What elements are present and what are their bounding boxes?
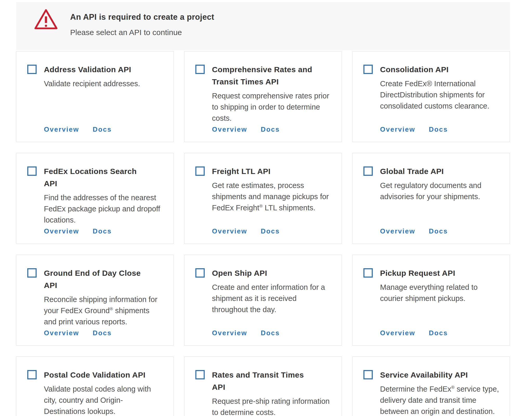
- docs-link[interactable]: Docs: [93, 227, 112, 235]
- api-card-links: Overview Docs: [380, 125, 499, 133]
- api-card-3: FedEx Locations Search API Find the addr…: [16, 153, 174, 244]
- docs-link[interactable]: Docs: [261, 125, 280, 133]
- api-card-header: FedEx Locations Search API: [27, 165, 163, 190]
- api-card-links: Overview Docs: [212, 227, 331, 235]
- api-card-title: Address Validation API: [44, 63, 131, 76]
- docs-link[interactable]: Docs: [261, 329, 280, 337]
- api-card-title: Rates and Transit Times API: [212, 369, 315, 393]
- docs-link[interactable]: Docs: [93, 329, 112, 337]
- api-select-checkbox[interactable]: [27, 65, 37, 74]
- api-card-title: Service Availability API: [380, 369, 468, 381]
- api-card-description: Validate recipient addresses.: [44, 78, 163, 89]
- api-card-title: Freight LTL API: [212, 165, 270, 177]
- api-selection-page: An API is required to create a project P…: [0, 0, 532, 416]
- api-card-header: Pickup Request API: [363, 267, 499, 279]
- overview-link[interactable]: Overview: [44, 227, 79, 235]
- api-card-description: Get rate estimates, process shipments an…: [212, 180, 331, 213]
- api-card-title: Consolidation API: [380, 63, 449, 76]
- api-card-6: Ground End of Day Close API Reconcile sh…: [16, 255, 174, 346]
- overview-link[interactable]: Overview: [380, 125, 415, 133]
- docs-link[interactable]: Docs: [429, 329, 448, 337]
- api-card-links: Overview Docs: [44, 329, 163, 337]
- overview-link[interactable]: Overview: [380, 227, 415, 235]
- api-card-title: Pickup Request API: [380, 267, 455, 279]
- api-card-description: Validate postal codes along with city, c…: [44, 384, 163, 416]
- overview-link[interactable]: Overview: [380, 329, 415, 337]
- overview-link[interactable]: Overview: [212, 329, 247, 337]
- warning-triangle-icon: [34, 8, 58, 30]
- api-card-description: Manage everything related to courier shi…: [380, 282, 499, 304]
- api-card-header: Ground End of Day Close API: [27, 267, 163, 291]
- api-card-header: Rates and Transit Times API: [195, 369, 331, 393]
- api-card-description: Get regulatory documents and advisories …: [380, 180, 499, 202]
- api-select-checkbox[interactable]: [27, 370, 37, 379]
- api-card-title: Postal Code Validation API: [44, 369, 145, 381]
- overview-link[interactable]: Overview: [212, 227, 247, 235]
- api-card-description: Request comprehensive rates prior to shi…: [212, 90, 331, 124]
- api-card-description: Determine the FedEx® service type, deliv…: [380, 384, 499, 416]
- api-select-checkbox[interactable]: [363, 370, 373, 379]
- banner-title: An API is required to create a project: [70, 12, 214, 22]
- api-card-title: Global Trade API: [380, 165, 444, 177]
- api-select-checkbox[interactable]: [195, 370, 205, 379]
- api-card-2: Consolidation API Create FedEx® Internat…: [352, 51, 510, 142]
- overview-link[interactable]: Overview: [212, 125, 247, 133]
- api-card-title: FedEx Locations Search API: [44, 165, 147, 190]
- warning-banner: An API is required to create a project P…: [16, 2, 510, 50]
- api-card-header: Postal Code Validation API: [27, 369, 163, 381]
- api-card-header: Open Ship API: [195, 267, 331, 279]
- banner-text: An API is required to create a project P…: [70, 8, 214, 37]
- api-card-description: Request pre-ship rating information to d…: [212, 396, 331, 416]
- api-card-description: Create FedEx® International DirectDistri…: [380, 78, 499, 112]
- api-card-1: Comprehensive Rates and Transit Times AP…: [184, 51, 342, 142]
- api-card-links: Overview Docs: [380, 227, 499, 235]
- docs-link[interactable]: Docs: [261, 227, 280, 235]
- docs-link[interactable]: Docs: [93, 125, 112, 133]
- api-card-description: Reconcile shipping information for your …: [44, 294, 163, 327]
- api-card-4: Freight LTL API Get rate estimates, proc…: [184, 153, 342, 244]
- api-select-checkbox[interactable]: [363, 65, 373, 74]
- api-card-9: Postal Code Validation API Validate post…: [16, 357, 174, 416]
- api-select-checkbox[interactable]: [195, 166, 205, 176]
- api-select-checkbox[interactable]: [195, 268, 205, 278]
- api-select-checkbox[interactable]: [363, 166, 373, 176]
- api-card-header: Comprehensive Rates and Transit Times AP…: [195, 63, 331, 88]
- api-card-links: Overview Docs: [380, 329, 499, 337]
- api-card-header: Address Validation API: [27, 63, 163, 76]
- api-card-links: Overview Docs: [212, 329, 331, 337]
- docs-link[interactable]: Docs: [429, 125, 448, 133]
- banner-subtitle: Please select an API to continue: [70, 28, 214, 37]
- api-card-title: Ground End of Day Close API: [44, 267, 147, 291]
- api-select-checkbox[interactable]: [363, 268, 373, 278]
- api-card-links: Overview Docs: [44, 227, 163, 235]
- api-card-header: Consolidation API: [363, 63, 499, 76]
- api-select-checkbox[interactable]: [27, 166, 37, 176]
- api-card-title: Comprehensive Rates and Transit Times AP…: [212, 63, 315, 88]
- docs-link[interactable]: Docs: [429, 227, 448, 235]
- api-card-title: Open Ship API: [212, 267, 267, 279]
- api-card-0: Address Validation API Validate recipien…: [16, 51, 174, 142]
- api-card-11: Service Availability API Determine the F…: [352, 357, 510, 416]
- api-card-description: Create and enter information for a shipm…: [212, 282, 331, 315]
- api-card-header: Freight LTL API: [195, 165, 331, 177]
- api-card-header: Global Trade API: [363, 165, 499, 177]
- api-card-10: Rates and Transit Times API Request pre-…: [184, 357, 342, 416]
- api-card-links: Overview Docs: [212, 125, 331, 133]
- api-card-5: Global Trade API Get regulatory document…: [352, 153, 510, 244]
- api-card-grid: Address Validation API Validate recipien…: [16, 51, 510, 416]
- api-card-7: Open Ship API Create and enter informati…: [184, 255, 342, 346]
- overview-link[interactable]: Overview: [44, 125, 79, 133]
- overview-link[interactable]: Overview: [44, 329, 79, 337]
- api-card-description: Find the addresses of the nearest FedEx …: [44, 192, 163, 226]
- api-select-checkbox[interactable]: [195, 65, 205, 74]
- api-select-checkbox[interactable]: [27, 268, 37, 278]
- api-card-8: Pickup Request API Manage everything rel…: [352, 255, 510, 346]
- api-card-header: Service Availability API: [363, 369, 499, 381]
- api-card-links: Overview Docs: [44, 125, 163, 133]
